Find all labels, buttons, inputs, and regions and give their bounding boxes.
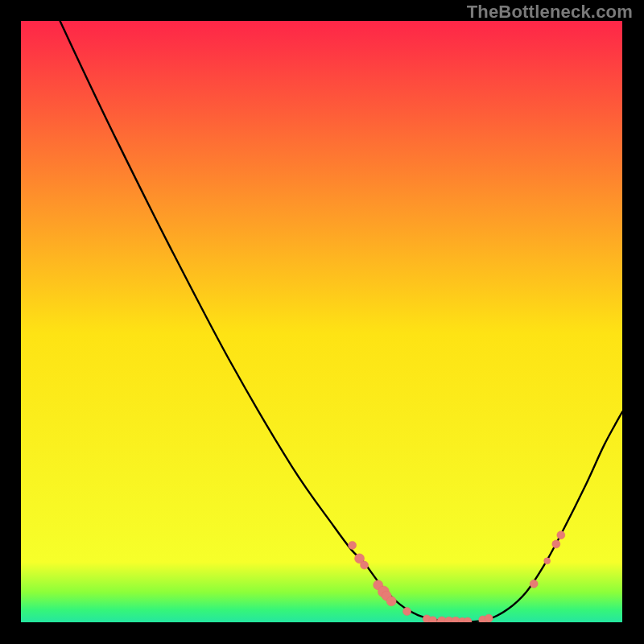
- data-marker: [552, 540, 560, 548]
- data-marker: [403, 608, 411, 616]
- data-marker: [544, 558, 551, 564]
- chart-frame: TheBottleneck.com: [0, 0, 644, 644]
- data-marker: [485, 614, 493, 622]
- data-marker: [386, 597, 396, 606]
- watermark-text: TheBottleneck.com: [467, 2, 633, 23]
- data-marker: [349, 541, 357, 549]
- gradient-background: [21, 21, 622, 622]
- bottleneck-chart: [21, 21, 622, 622]
- data-marker: [361, 561, 369, 569]
- data-marker: [530, 580, 538, 588]
- data-marker: [557, 531, 565, 539]
